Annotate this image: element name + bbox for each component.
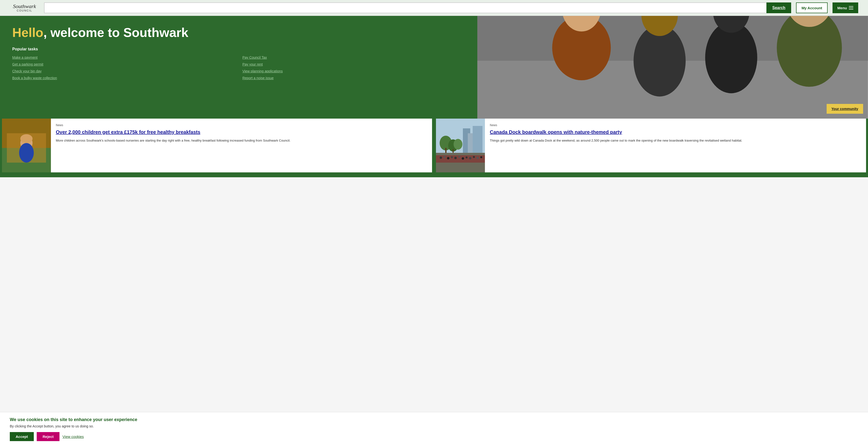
- task-pay-rent[interactable]: Pay your rent: [242, 62, 262, 66]
- svg-point-43: [462, 157, 464, 160]
- logo-sub-text: Council: [17, 9, 32, 12]
- svg-rect-50: [453, 149, 454, 153]
- svg-point-45: [469, 157, 471, 160]
- svg-point-39: [447, 157, 450, 160]
- svg-point-48: [480, 156, 482, 158]
- task-planning[interactable]: View planning applications: [242, 69, 283, 73]
- svg-point-40: [451, 156, 453, 158]
- svg-point-37: [440, 157, 442, 159]
- news-card-2-image: [436, 118, 485, 172]
- task-make-payment[interactable]: Make a payment: [12, 56, 38, 60]
- news-1-label: News: [56, 124, 427, 127]
- news-section: News Over 2,000 children get extra £175k…: [0, 118, 868, 177]
- task-council-tax[interactable]: Pay Council Tax: [242, 56, 267, 60]
- child-image-svg: [2, 118, 51, 172]
- menu-label: Menu: [837, 6, 847, 10]
- task-bulky-waste[interactable]: Book a bulky waste collection: [12, 76, 57, 80]
- hero-image-panel: Your community: [477, 16, 868, 118]
- popular-tasks-heading: Popular tasks: [12, 47, 465, 52]
- market-image: [477, 16, 868, 118]
- search-button[interactable]: Search: [767, 2, 791, 13]
- site-header: Southwark Council Search My Account Menu: [0, 0, 868, 16]
- community-badge[interactable]: Your community: [827, 104, 863, 114]
- news-2-title[interactable]: Canada Dock boardwalk opens with nature-…: [490, 129, 861, 135]
- svg-point-41: [454, 157, 457, 159]
- svg-point-34: [454, 139, 462, 150]
- logo: Southwark Council: [10, 4, 39, 12]
- dock-image-svg: [436, 118, 485, 172]
- news-1-body: More children across Southwark's schools…: [56, 138, 427, 143]
- hero-title: Hello, welcome to Southwark: [12, 26, 465, 40]
- news-card-1-image: [2, 118, 51, 172]
- news-card-1: News Over 2,000 children get extra £175k…: [2, 118, 432, 172]
- svg-point-25: [19, 143, 34, 163]
- search-input[interactable]: [44, 2, 767, 13]
- hero-hello: Hello: [12, 26, 43, 40]
- tasks-column-right: Pay Council Tax Pay your rent View plann…: [242, 55, 465, 80]
- logo-main-text: Southwark: [13, 4, 36, 9]
- my-account-button[interactable]: My Account: [796, 2, 827, 13]
- task-noise[interactable]: Report a noise issue: [242, 76, 274, 80]
- news-1-title[interactable]: Over 2,000 children get extra £175k for …: [56, 129, 427, 135]
- svg-point-47: [476, 157, 479, 159]
- news-card-2-content: News Canada Dock boardwalk opens with na…: [485, 118, 866, 172]
- page-wrapper: Southwark Council Search My Account Menu…: [0, 0, 868, 207]
- svg-point-46: [473, 156, 475, 158]
- svg-point-44: [466, 157, 468, 159]
- tasks-column-left: Make a payment Get a parking permit Chec…: [12, 55, 235, 80]
- menu-button[interactable]: Menu: [833, 2, 858, 13]
- svg-point-42: [458, 156, 460, 158]
- hero-title-rest: , welcome to Southwark: [43, 26, 188, 40]
- news-card-1-content: News Over 2,000 children get extra £175k…: [51, 118, 432, 172]
- svg-rect-49: [445, 148, 446, 153]
- task-parking-permit[interactable]: Get a parking permit: [12, 62, 43, 66]
- tasks-grid: Make a payment Get a parking permit Chec…: [12, 55, 465, 80]
- svg-point-38: [443, 156, 445, 158]
- svg-rect-31: [473, 126, 483, 153]
- hamburger-icon: [849, 6, 853, 9]
- hero-section: Hello, welcome to Southwark Popular task…: [0, 16, 868, 118]
- hero-left-panel: Hello, welcome to Southwark Popular task…: [0, 16, 477, 118]
- news-2-label: News: [490, 124, 861, 127]
- task-bin-day[interactable]: Check your bin day: [12, 69, 41, 73]
- news-2-body: Things got pretty wild down at Canada Do…: [490, 138, 861, 143]
- search-area: Search: [44, 2, 791, 13]
- svg-point-26: [20, 134, 33, 143]
- news-card-2: News Canada Dock boardwalk opens with na…: [436, 118, 866, 172]
